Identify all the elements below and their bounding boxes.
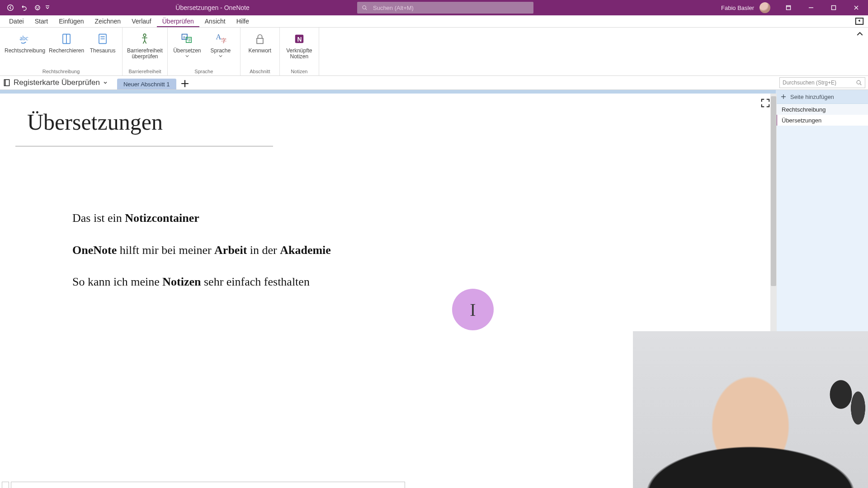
search-icon [856,80,862,86]
ribbon-group-barrierefreiheit: BarrierefreiheitüberprüfenBarrierefreihe… [123,28,168,75]
page-title[interactable]: Übersetzungen [27,109,280,141]
notebook-name: Registerkarte Überprüfen [14,78,100,87]
ribbon-research-button[interactable]: Recherchieren [47,29,86,54]
tell-me-input[interactable] [372,4,529,12]
group-label: Sprache [170,68,237,75]
svg-point-4 [363,6,366,9]
note-container[interactable]: Das ist ein NotizcontainerOneNote hilft … [72,211,331,307]
ribbon-a11y-button[interactable]: Barrierefreiheitüberprüfen [125,29,165,60]
page-item[interactable]: Rechtschreibung [776,104,868,115]
text-cursor-icon: I [470,299,476,320]
menu-einfügen[interactable]: Einfügen [53,16,89,27]
a11y-icon [137,31,152,47]
menu-hilfe[interactable]: Hilfe [231,16,255,27]
ribbon-linked-button[interactable]: NVerknüpfteNotizen [283,29,316,60]
svg-rect-6 [832,6,836,10]
ribbon-language-button[interactable]: A字Sprache [204,29,237,57]
thesaurus-icon [95,31,110,47]
svg-point-3 [38,7,39,8]
language-icon: A字 [213,31,228,47]
note-line[interactable]: OneNote hilft mir bei meiner Arbeit in d… [72,243,331,258]
plus-icon [780,94,787,100]
notebook-nav: Registerkarte Überprüfen Neuer Abschnitt… [0,76,868,90]
group-label: Barrierefreiheit [125,68,165,75]
work-area: Übersetzungen Das ist ein Notizcontainer… [0,90,868,488]
avatar[interactable] [760,2,770,13]
svg-text:a: a [183,35,186,39]
group-label: Notizen [283,68,316,75]
tell-me-search[interactable] [357,2,533,14]
translate-icon: a字 [179,31,195,47]
svg-point-1 [35,5,40,10]
menu-datei[interactable]: Datei [4,16,29,27]
cursor-highlight: I [452,289,494,330]
svg-rect-18 [257,38,263,44]
notifications-icon[interactable] [778,0,798,15]
user-name: Fabio Basler [721,5,754,11]
window-title: Übersetzungen - OneNote [145,4,280,11]
ribbon-thesaurus-button[interactable]: Thesaurus [86,29,119,54]
svg-text:N: N [297,36,302,43]
chevron-down-icon [103,80,108,85]
section-tab-label: Neuer Abschnitt 1 [123,81,170,88]
search-icon [362,5,368,11]
menu-start[interactable]: Start [29,16,54,27]
svg-point-0 [8,5,13,10]
linked-icon: N [292,31,307,47]
svg-text:abc: abc [19,35,28,42]
back-icon[interactable] [5,2,16,14]
page-search[interactable]: Durchsuchen (Strg+E) [779,77,865,88]
add-page-button[interactable]: Seite hinzufügen [776,90,868,104]
menu-bar: DateiStartEinfügenZeichnenVerlaufÜberprü… [0,15,868,28]
svg-point-2 [37,7,37,8]
menu-überprüfen[interactable]: Überprüfen [157,16,199,27]
webcam-overlay [633,331,868,488]
page-item[interactable]: Übersetzungen [776,115,868,126]
svg-text:字: 字 [187,38,191,42]
notebook-icon [3,79,11,87]
ribbon-group-sprache: a字ÜbersetzenA字SpracheSprache [168,28,241,75]
ribbon-group-notizen: NVerknüpfteNotizenNotizen [280,28,319,75]
add-page-label: Seite hinzufügen [790,94,834,100]
menu-zeichnen[interactable]: Zeichnen [90,16,127,27]
title-right: Fabio Basler [721,0,868,15]
svg-text:字: 字 [221,38,226,43]
ribbon-group-rechtschreibung: abcRechtschreibungRecherchierenThesaurus… [0,28,123,75]
maximize-button[interactable] [824,0,844,15]
svg-point-11 [144,34,146,37]
scroll-thumb[interactable] [771,96,776,286]
spelling-icon: abc [17,31,33,47]
title-underline [15,146,273,146]
section-tab[interactable]: Neuer Abschnitt 1 [117,79,176,89]
title-bar: Übersetzungen - OneNote Fabio Basler [0,0,868,15]
menu-ansicht[interactable]: Ansicht [199,16,231,27]
close-button[interactable] [846,0,866,15]
status-box-wide[interactable] [11,482,405,488]
svg-point-22 [857,80,860,84]
menu-verlauf[interactable]: Verlauf [126,16,157,27]
status-box-left[interactable] [2,482,9,488]
note-line[interactable]: Das ist ein Notizcontainer [72,211,331,226]
notebook-dropdown[interactable]: Registerkarte Überprüfen [14,78,108,87]
research-icon [59,31,74,47]
fullscreen-icon[interactable] [760,98,770,108]
undo-icon[interactable] [18,2,30,14]
touch-mode-icon[interactable] [32,2,43,14]
ribbon-group-abschnitt: KennwortAbschnitt [241,28,280,75]
svg-text:A: A [216,33,221,41]
group-label: Rechtschreibung [3,68,119,75]
minimize-button[interactable] [801,0,821,15]
page-search-placeholder: Durchsuchen (Strg+E) [783,80,836,86]
group-label: Abschnitt [243,68,277,75]
password-icon [252,31,268,47]
ribbon-spelling-button[interactable]: abcRechtschreibung [3,29,47,54]
qat-customize-icon[interactable] [45,5,50,10]
ribbon: abcRechtschreibungRecherchierenThesaurus… [0,28,868,76]
share-icon[interactable] [854,17,864,25]
note-line[interactable]: So kann ich meine Notizen sehr einfach f… [72,275,331,290]
collapse-ribbon-icon[interactable] [855,30,864,38]
ribbon-password-button[interactable]: Kennwort [243,29,277,54]
ribbon-translate-button[interactable]: a字Übersetzen [170,29,204,57]
quick-access-toolbar [0,2,50,14]
add-section-button[interactable] [180,79,190,89]
